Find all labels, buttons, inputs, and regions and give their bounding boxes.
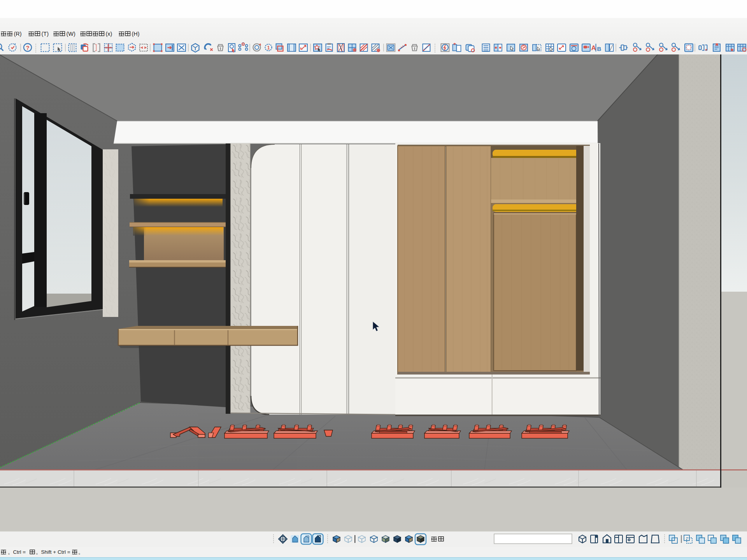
svg-text:1: 1 <box>267 45 270 51</box>
svg-text:(T): (T) <box>42 31 49 37</box>
svg-text:。Ctrl =: 。Ctrl = <box>8 549 26 555</box>
svg-text:B: B <box>597 46 601 52</box>
svg-text:(x): (x) <box>106 31 112 37</box>
svg-text:。: 。 <box>78 549 84 555</box>
svg-text:?: ? <box>26 44 29 51</box>
svg-text:(R): (R) <box>14 31 22 37</box>
svg-text:。Shift + Ctrl =: 。Shift + Ctrl = <box>36 549 70 555</box>
svg-text:(W): (W) <box>67 31 75 37</box>
svg-text:A: A <box>591 44 596 52</box>
svg-text:(H): (H) <box>132 31 140 37</box>
